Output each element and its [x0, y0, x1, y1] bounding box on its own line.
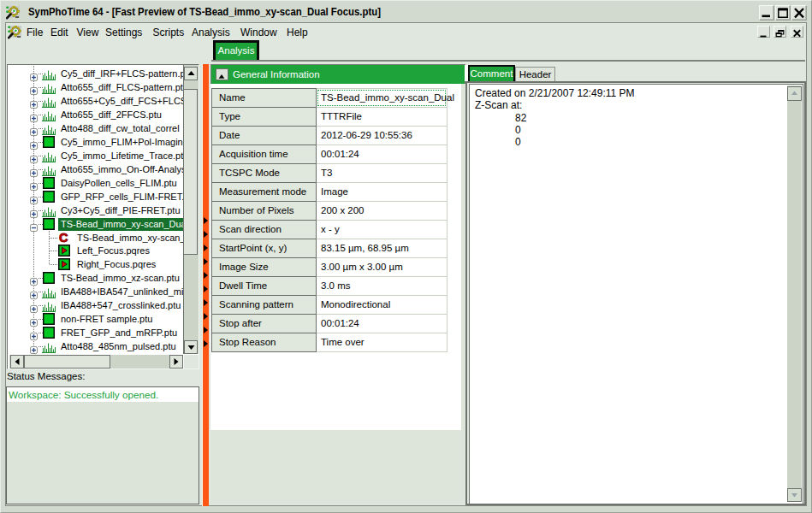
svg-text:C: C: [59, 232, 68, 244]
